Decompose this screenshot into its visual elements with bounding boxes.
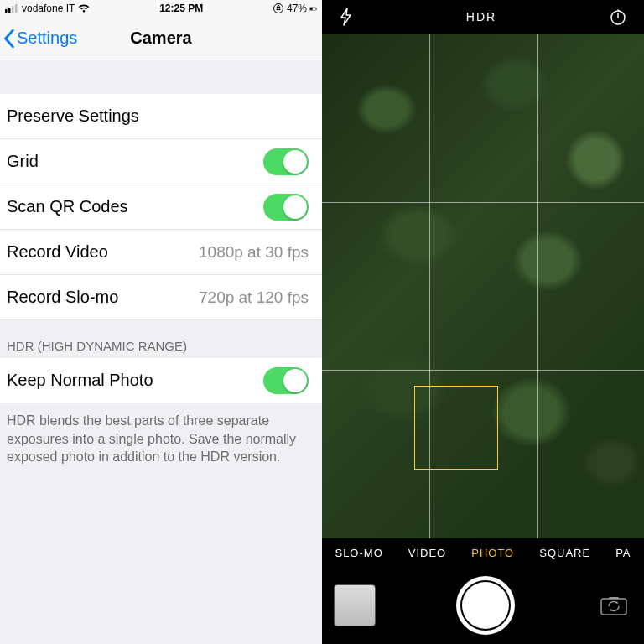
page-title: Camera <box>130 29 191 48</box>
gridline <box>537 34 538 538</box>
grid-toggle[interactable] <box>263 148 309 175</box>
row-label: Scan QR Codes <box>7 197 128 216</box>
carrier-label: vodafone IT <box>22 3 75 14</box>
section-footer-hdr: HDR blends the best parts of three separ… <box>0 403 322 475</box>
flash-button[interactable] <box>339 8 354 26</box>
svg-rect-7 <box>310 8 313 10</box>
mode-square[interactable]: SQUARE <box>539 547 590 559</box>
camera-controls <box>322 567 644 644</box>
viewfinder[interactable] <box>322 34 644 538</box>
timer-button[interactable] <box>609 8 627 26</box>
row-value: 1080p at 30 fps <box>199 243 309 262</box>
row-preserve-settings[interactable]: Preserve Settings <box>0 94 322 139</box>
row-label: Record Slo-mo <box>7 288 118 307</box>
row-label: Grid <box>7 152 39 171</box>
mode-slomo[interactable]: SLO-MO <box>335 547 382 559</box>
nav-bar: Settings Camera <box>0 17 322 60</box>
gridline <box>322 202 644 203</box>
wifi-icon <box>78 4 90 13</box>
mode-pano[interactable]: PA <box>615 547 631 559</box>
settings-pane: vodafone IT 12:25 PM 47% Settings Camera… <box>0 0 322 644</box>
flash-icon <box>339 8 354 26</box>
clock-label: 12:25 PM <box>159 3 203 14</box>
chevron-left-icon <box>3 29 15 48</box>
svg-rect-8 <box>316 8 317 9</box>
camera-pane: HDR SLO-MO VIDEO PHOTO SQUARE PA <box>322 0 644 644</box>
gridline <box>322 370 644 371</box>
status-bar: vodafone IT 12:25 PM 47% <box>0 0 322 17</box>
mode-video[interactable]: VIDEO <box>408 547 446 559</box>
timer-icon <box>609 8 627 26</box>
row-value: 720p at 120 fps <box>199 288 309 307</box>
svg-rect-2 <box>12 6 14 13</box>
hdr-button[interactable]: HDR <box>466 10 496 23</box>
row-scan-qr: Scan QR Codes <box>0 184 322 230</box>
camera-top-bar: HDR <box>322 0 644 34</box>
mode-photo[interactable]: PHOTO <box>471 547 514 559</box>
row-label: Keep Normal Photo <box>7 371 153 390</box>
last-photo-thumbnail[interactable] <box>334 584 376 626</box>
row-keep-normal-photo: Keep Normal Photo <box>0 358 322 403</box>
row-record-video[interactable]: Record Video 1080p at 30 fps <box>0 230 322 275</box>
orientation-lock-icon <box>273 3 284 14</box>
mode-selector[interactable]: SLO-MO VIDEO PHOTO SQUARE PA <box>322 538 644 567</box>
svg-rect-3 <box>15 4 18 13</box>
back-button[interactable]: Settings <box>3 29 77 48</box>
shutter-inner <box>462 582 509 629</box>
row-record-slomo[interactable]: Record Slo-mo 720p at 120 fps <box>0 275 322 320</box>
qr-toggle[interactable] <box>263 194 309 221</box>
row-label: Preserve Settings <box>7 106 139 126</box>
battery-pct-label: 47% <box>287 3 307 14</box>
battery-icon <box>309 4 317 13</box>
svg-rect-0 <box>5 9 8 13</box>
svg-rect-1 <box>8 8 11 13</box>
section-header-hdr: HDR (HIGH DYNAMIC RANGE) <box>0 320 322 358</box>
flip-camera-button[interactable] <box>595 587 632 624</box>
row-label: Record Video <box>7 242 108 262</box>
row-grid: Grid <box>0 139 322 184</box>
back-label: Settings <box>17 29 77 48</box>
flip-camera-icon <box>600 595 628 616</box>
keep-normal-toggle[interactable] <box>263 367 309 394</box>
shutter-button[interactable] <box>456 576 515 635</box>
svg-rect-5 <box>277 8 280 10</box>
signal-icon <box>5 4 18 13</box>
focus-indicator <box>414 386 498 470</box>
